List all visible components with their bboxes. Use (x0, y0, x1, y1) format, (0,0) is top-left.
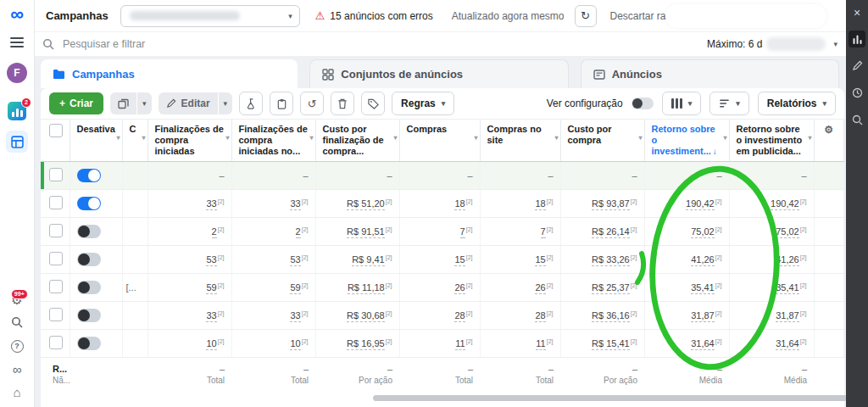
edit-button[interactable]: Editar (159, 92, 218, 114)
campaign-toggle[interactable] (77, 309, 101, 322)
metric-value[interactable]: 10 (206, 338, 216, 350)
metric-value[interactable]: 35,41 (776, 282, 799, 294)
reports-dropdown[interactable]: Relatórios ▾ (758, 92, 836, 115)
zoom-icon[interactable] (852, 114, 863, 129)
metric-value[interactable]: 31,64 (691, 338, 715, 350)
metric-value[interactable]: R$ 26,14 (592, 226, 630, 238)
paste-button[interactable] (270, 92, 293, 115)
metric-value[interactable]: 18 (454, 198, 465, 210)
campaign-toggle[interactable] (77, 281, 101, 294)
campaigns-nav-icon[interactable] (6, 131, 28, 153)
metric-value[interactable]: 33 (290, 310, 300, 322)
metric-value[interactable]: 26 (535, 282, 545, 294)
row-checkbox[interactable] (49, 168, 63, 181)
metric-value[interactable]: 33 (290, 198, 300, 210)
row-checkbox[interactable] (49, 280, 63, 293)
column-header-10[interactable]: Retorno sobre o investimento em publicid… (729, 120, 814, 161)
insights-chart-icon[interactable] (849, 31, 865, 47)
column-header-8[interactable]: Custo por compra▾ (560, 120, 644, 161)
avatar[interactable]: F (7, 63, 27, 83)
metric-value[interactable]: R$ 91,51 (347, 226, 385, 238)
metric-value[interactable]: 35,41 (691, 282, 715, 294)
campaign-name[interactable]: [... (126, 282, 136, 293)
row-checkbox[interactable] (49, 336, 63, 349)
column-settings-cell[interactable]: ⚙ (814, 120, 844, 161)
tag-button[interactable] (361, 92, 385, 115)
ads-manager-icon[interactable]: 2 (8, 102, 26, 120)
metric-value[interactable]: 53 (206, 254, 216, 266)
column-header-2[interactable]: C▾ (122, 120, 147, 161)
metric-value[interactable]: 31,64 (776, 338, 799, 350)
column-header-5[interactable]: Custo por finalização de compra...▾ (315, 120, 399, 161)
metric-value[interactable]: R$ 36,16 (592, 310, 630, 322)
delete-button[interactable] (331, 92, 354, 115)
history-clock-icon[interactable] (852, 86, 863, 102)
campaign-toggle[interactable] (77, 253, 101, 266)
campaign-toggle[interactable] (77, 337, 101, 350)
metric-value[interactable]: 41,26 (776, 254, 799, 266)
undo-button[interactable]: ↺ (300, 92, 324, 115)
metric-value[interactable]: 31,87 (776, 310, 799, 322)
duplicate-button[interactable] (110, 92, 136, 114)
metric-value[interactable]: R$ 30,68 (347, 310, 385, 322)
column-header-7[interactable]: Compras no site▾ (480, 120, 560, 161)
column-header-3[interactable]: Finalizações de compra iniciadas▾ (147, 120, 231, 161)
metric-value[interactable]: R$ 15,41 (592, 338, 630, 350)
metric-value[interactable]: 31,87 (691, 310, 715, 322)
close-icon[interactable]: × (854, 7, 860, 19)
settings-gear-icon[interactable]: ⚙ 99+ (11, 293, 22, 306)
metric-value[interactable]: 41,26 (691, 254, 715, 266)
business-suite-icon[interactable]: ⌂ (13, 386, 20, 399)
metric-value[interactable]: R$ 33,26 (592, 254, 630, 266)
row-checkbox[interactable] (49, 308, 63, 321)
campaign-selector-dropdown[interactable]: ▾ (120, 5, 300, 27)
duplicate-caret[interactable]: ▾ (137, 92, 152, 114)
metric-value[interactable]: 26 (454, 282, 465, 294)
search-nav-icon[interactable] (11, 316, 23, 330)
menu-icon[interactable] (10, 37, 24, 47)
metric-value[interactable]: 75,02 (776, 226, 799, 238)
columns-dropdown[interactable]: ▾ (662, 92, 702, 115)
row-checkbox[interactable] (49, 224, 63, 237)
refresh-button[interactable]: ↻ (575, 5, 597, 27)
edit-pencil-icon[interactable] (852, 59, 863, 75)
metric-value[interactable]: 190,42 (771, 198, 799, 210)
campaign-toggle[interactable] (77, 197, 101, 210)
select-all-checkbox[interactable] (49, 124, 63, 137)
metric-value[interactable]: 18 (535, 198, 545, 210)
tab-ads[interactable]: Anúncios (581, 59, 839, 88)
metric-value[interactable]: 7 (541, 226, 546, 238)
horizontal-scrollbar[interactable] (373, 395, 848, 401)
metric-value[interactable]: 59 (290, 282, 300, 294)
ab-test-button[interactable] (239, 92, 263, 115)
column-header-1[interactable]: Desativa▾ (70, 120, 122, 161)
campaign-toggle[interactable] (77, 225, 101, 238)
column-header-4[interactable]: Finalizações de compra iniciadas no...▾ (231, 120, 315, 161)
metric-value[interactable]: 15 (454, 254, 465, 266)
metric-value[interactable]: 28 (535, 310, 545, 322)
tab-adsets[interactable]: Conjuntos de anúncios (309, 59, 568, 88)
metric-value[interactable]: 28 (454, 310, 465, 322)
metric-value[interactable]: R$ 93,87 (592, 198, 630, 210)
row-checkbox[interactable] (49, 196, 63, 209)
edit-caret[interactable]: ▾ (219, 92, 233, 114)
metric-value[interactable]: 33 (206, 198, 216, 210)
create-button[interactable]: + Criar (49, 92, 103, 114)
help-icon[interactable]: ? (11, 340, 24, 353)
metric-value[interactable]: R$ 25,37 (592, 282, 630, 294)
breakdown-dropdown[interactable]: ▾ (709, 92, 749, 115)
metric-value[interactable]: 190,42 (686, 198, 715, 210)
campaign-toggle[interactable] (77, 169, 101, 182)
metric-value[interactable]: 53 (290, 254, 300, 266)
column-header-9[interactable]: Retorno sobre o investiment...↓▾ (644, 120, 729, 161)
metric-value[interactable]: 2 (296, 226, 301, 238)
metric-value[interactable]: 33 (206, 310, 216, 322)
metric-value[interactable]: 11 (455, 338, 465, 350)
metric-value[interactable]: 7 (460, 226, 465, 238)
metric-value[interactable]: 10 (290, 338, 300, 350)
metric-value[interactable]: R$ 51,20 (347, 198, 385, 210)
metric-value[interactable]: R$ 16,95 (347, 338, 385, 350)
meta-infinity-icon[interactable]: ∞ (13, 363, 22, 376)
row-checkbox[interactable] (49, 252, 63, 265)
view-setup-toggle[interactable] (632, 98, 654, 109)
